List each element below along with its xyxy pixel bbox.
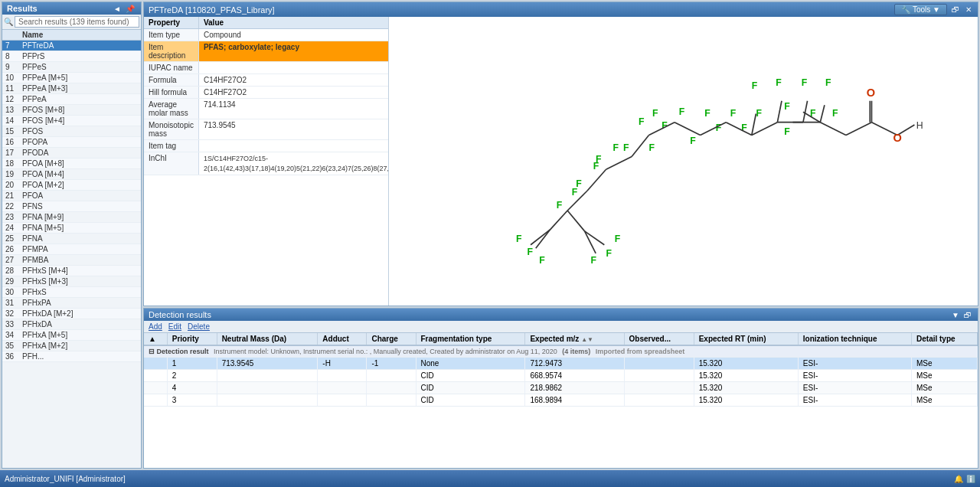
- detection-row[interactable]: 4 CID 218.9862 15.320 ESI- MSe: [144, 382, 978, 394]
- results-list-item[interactable]: 27 PFMBA: [2, 255, 141, 266]
- col-frag-type[interactable]: Fragmentation type: [416, 333, 525, 345]
- row-selector[interactable]: [144, 358, 167, 370]
- property-name: Item tag: [144, 140, 198, 152]
- results-list-item[interactable]: 12 PFPeA: [2, 94, 141, 105]
- col-expected-rt[interactable]: Expected RT (min): [694, 333, 798, 345]
- item-name: PFMBA: [19, 255, 141, 266]
- property-row: Average molar mass 714.1134: [144, 99, 389, 119]
- detection-toolbar: Add Edit Delete: [144, 321, 978, 333]
- expected-mz-cell: 712.9473: [525, 358, 624, 370]
- main-content: Results ◄ 📌 🔍 Search results (139 items …: [0, 0, 980, 470]
- item-name: PFHxPA: [19, 298, 141, 309]
- detail-type-cell: MSe: [912, 370, 978, 382]
- results-collapse-btn[interactable]: ◄: [112, 5, 122, 13]
- observed-cell: [624, 394, 694, 407]
- results-list-item[interactable]: 25 PFNA: [2, 234, 141, 244]
- results-list-item[interactable]: 14 PFOS [M+4]: [2, 116, 141, 126]
- detection-table-container[interactable]: ▲ Priority Neutral Mass (Da) Adduct Char…: [144, 333, 978, 468]
- results-list-item[interactable]: 10 PFPeA [M+5]: [2, 73, 141, 83]
- svg-line-20: [726, 123, 752, 136]
- results-pin-btn[interactable]: 📌: [124, 5, 136, 13]
- results-list-item[interactable]: 33 PFHxDA: [2, 319, 141, 330]
- detection-row[interactable]: 2 CID 668.9574 15.320 ESI- MSe: [144, 370, 978, 382]
- item-name: PFNS: [19, 201, 141, 212]
- results-list[interactable]: Name 7 PFTreDA 8 PFPrS 9 PFPeS 10 PFPeA …: [2, 30, 141, 468]
- results-list-item[interactable]: 26 PFMPA: [2, 244, 141, 255]
- results-list-item[interactable]: 35 PFHxA [M+2]: [2, 341, 141, 351]
- detection-restore-btn[interactable]: 🗗: [962, 311, 973, 319]
- results-list-item[interactable]: 20 PFOA [M+2]: [2, 180, 141, 191]
- item-name: PFPeS: [19, 62, 141, 73]
- detection-panel: Detection results ▼ 🗗 Add Edit Delete: [143, 308, 978, 469]
- results-list-item[interactable]: 21 PFOA: [2, 191, 141, 201]
- svg-line-36: [587, 170, 606, 191]
- results-list-item[interactable]: 9 PFPeS: [2, 62, 141, 73]
- results-list-item[interactable]: 13 PFOS [M+8]: [2, 105, 141, 116]
- results-list-item[interactable]: 11 PFPeA [M+3]: [2, 83, 141, 94]
- col-observed[interactable]: Observed...: [624, 333, 694, 345]
- results-list-item[interactable]: 7 PFTreDA: [2, 41, 141, 51]
- results-list-item[interactable]: 28 PFHxS [M+4]: [2, 266, 141, 276]
- svg-text:F: F: [752, 80, 758, 91]
- results-list-item[interactable]: 23 PFNA [M+9]: [2, 212, 141, 223]
- results-list-item[interactable]: 24 PFNA [M+5]: [2, 223, 141, 234]
- svg-text:F: F: [662, 120, 668, 131]
- property-name: Formula: [144, 74, 198, 87]
- col-sort[interactable]: ▲: [144, 333, 167, 345]
- svg-text:F: F: [613, 142, 619, 153]
- results-list-item[interactable]: 22 PFNS: [2, 201, 141, 212]
- row-selector[interactable]: [144, 382, 167, 394]
- results-list-item[interactable]: 29 PFHxS [M+3]: [2, 276, 141, 287]
- results-list-item[interactable]: 15 PFOS: [2, 126, 141, 137]
- svg-text:F: F: [557, 200, 563, 211]
- neutral-mass-cell: [217, 370, 318, 382]
- detection-row[interactable]: 1 713.9545 -H -1 None 712.9473 15.320 ES…: [144, 358, 978, 370]
- col-detail-type[interactable]: Detail type: [912, 333, 978, 345]
- expected-mz-cell: 668.9574: [525, 370, 624, 382]
- results-list-item[interactable]: 17 PFODA: [2, 148, 141, 159]
- add-button[interactable]: Add: [149, 322, 162, 331]
- row-selector[interactable]: [144, 394, 167, 407]
- col-ionization[interactable]: Ionization technique: [798, 333, 911, 345]
- item-name: PFHxS: [19, 287, 141, 298]
- svg-line-43: [567, 211, 584, 231]
- property-name: Hill formula: [144, 87, 198, 99]
- row-selector[interactable]: [144, 370, 167, 382]
- row-number: 15: [2, 126, 19, 137]
- results-list-item[interactable]: 19 PFOA [M+4]: [2, 169, 141, 180]
- item-name: PFOA [M+4]: [19, 169, 141, 180]
- results-list-item[interactable]: 32 PFHxDA [M+2]: [2, 309, 141, 319]
- results-list-item[interactable]: 31 PFHxPA: [2, 298, 141, 309]
- results-list-item[interactable]: 30 PFHxS: [2, 287, 141, 298]
- results-list-item[interactable]: 34 PFHxA [M+5]: [2, 330, 141, 341]
- priority-cell: 3: [167, 394, 217, 407]
- delete-button[interactable]: Delete: [188, 322, 210, 331]
- sort-icon: ▲: [149, 335, 156, 343]
- expected-rt-cell: 15.320: [694, 358, 798, 370]
- col-priority[interactable]: Priority: [167, 333, 217, 345]
- detection-row[interactable]: 3 CID 168.9894 15.320 ESI- MSe: [144, 394, 978, 407]
- row-number: 25: [2, 234, 19, 244]
- results-list-item[interactable]: 16 PFOPA: [2, 137, 141, 148]
- charge-cell: -1: [367, 358, 416, 370]
- col-adduct[interactable]: Adduct: [318, 333, 367, 345]
- adduct-cell: -H: [318, 358, 367, 370]
- charge-cell: [367, 394, 416, 407]
- group-collapse-icon[interactable]: ⊟: [149, 348, 155, 355]
- detection-title: Detection results: [149, 310, 211, 319]
- results-list-item[interactable]: 36 PFH...: [2, 351, 141, 362]
- properties-close-btn[interactable]: ✕: [964, 5, 973, 14]
- svg-text:F: F: [776, 77, 782, 88]
- col-charge[interactable]: Charge: [367, 333, 416, 345]
- structure-panel: .bond { stroke: #333; stroke-width: 1.5;…: [389, 17, 978, 306]
- expected-rt-cell: 15.320: [694, 394, 798, 407]
- col-neutral-mass[interactable]: Neutral Mass (Da): [217, 333, 318, 345]
- properties-restore-btn[interactable]: 🗗: [950, 5, 961, 14]
- col-expected-mz[interactable]: Expected m/z ▲▼: [525, 333, 624, 345]
- results-list-item[interactable]: 8 PFPrS: [2, 51, 141, 62]
- tools-button[interactable]: 🔧 Tools ▼: [894, 4, 947, 15]
- row-number: 31: [2, 298, 19, 309]
- results-list-item[interactable]: 18 PFOA [M+8]: [2, 159, 141, 169]
- edit-button[interactable]: Edit: [168, 322, 181, 331]
- status-bar: Administrator_UNIFI [Administrator] 🔔 ℹ️: [0, 470, 980, 487]
